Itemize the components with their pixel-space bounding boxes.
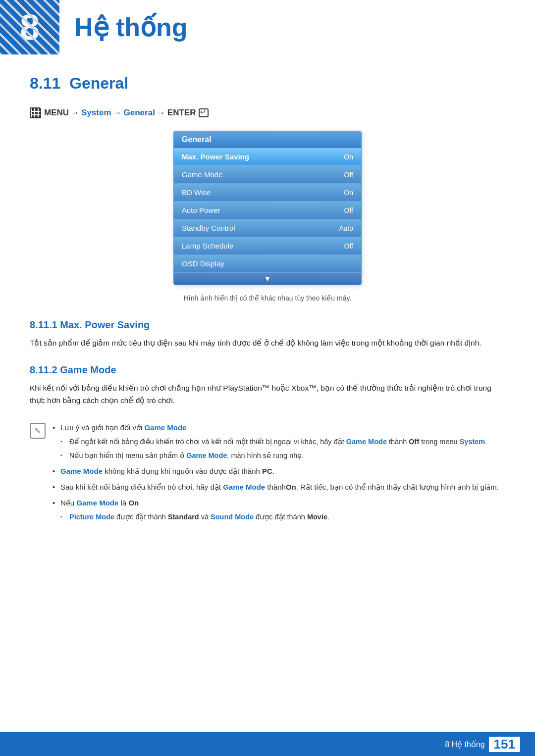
menu-scroll-down[interactable]: ▼ — [174, 273, 361, 285]
menu-item-value: Off — [344, 206, 353, 214]
subsection-title-8-11-1: 8.11.1 Max. Power Saving — [30, 319, 505, 331]
menu-item-value: Auto — [339, 224, 353, 232]
chapter-title-block: Hệ thống — [59, 0, 188, 54]
note-item-3: Sau khi kết nối bảng điều khiển trò chơi… — [53, 481, 505, 493]
menu-item-auto-power[interactable]: Auto Power Off — [174, 202, 361, 219]
menu-item-osd-display[interactable]: OSD Display — [174, 255, 361, 273]
menu-system: System — [81, 108, 111, 118]
menu-grid-icon — [32, 108, 41, 118]
enter-icon — [199, 108, 209, 117]
menu-item-standby-control[interactable]: Standby Control Auto — [174, 219, 361, 237]
note-icon: ✎ — [30, 423, 46, 439]
note-subitem-1-2: Nếu bạn hiển thị menu sản phẩm ở Game Mo… — [60, 450, 505, 461]
chapter-title: Hệ thống — [74, 12, 188, 42]
game-mode-ref: Game Mode — [346, 438, 387, 446]
general-menu-wrapper: General Max. Power Saving On Game Mode O… — [30, 131, 505, 285]
standard-ref: Standard — [168, 513, 199, 521]
menu-item-label: BD Wise — [182, 188, 211, 197]
menu-item-label: Max. Power Saving — [182, 152, 249, 161]
menu-item-game-mode[interactable]: Game Mode Off — [174, 166, 361, 184]
stripe-decoration — [0, 0, 59, 54]
section-title: 8.11 General — [30, 74, 505, 93]
menu-item-label: Standby Control — [182, 224, 235, 232]
game-mode-ref: Game Mode — [76, 499, 118, 507]
arrow3: → — [157, 108, 165, 118]
game-mode-ref: Game Mode — [144, 423, 186, 432]
subsection-title-8-11-2: 8.11.2 Game Mode — [30, 364, 505, 376]
note-block: ✎ Lưu ý và giới hạn đối với Game Mode Để… — [30, 422, 505, 527]
on-ref: On — [286, 483, 296, 491]
menu-general: General — [124, 108, 155, 118]
menu-item-lamp-schedule[interactable]: Lamp Schedule Off — [174, 237, 361, 255]
subsection-body-8-11-1: Tắt sản phẩm để giảm mức tiêu thụ điện s… — [30, 337, 505, 350]
main-content: 8.11 General MENU → System → General → E… — [0, 74, 535, 566]
menu-enter: ENTER — [167, 108, 196, 118]
menu-item-label: Game Mode — [182, 170, 223, 179]
image-caption: Hình ảnh hiển thị có thể khác nhau tùy t… — [30, 294, 505, 302]
menu-item-value: Off — [344, 171, 353, 179]
page-footer: 8 Hệ thống 151 — [0, 732, 535, 756]
menu-label: MENU — [44, 108, 69, 118]
system-ref: System — [460, 438, 485, 446]
menu-item-label: Auto Power — [182, 206, 220, 214]
menu-icon — [30, 107, 41, 118]
arrow1: → — [71, 108, 79, 118]
menu-item-value: On — [344, 189, 353, 197]
game-mode-ref: Game Mode — [186, 452, 227, 459]
subsection-body-8-11-2: Khi kết nối với bảng điều khiển trò chơi… — [30, 382, 505, 407]
menu-item-value: On — [344, 153, 353, 161]
on-ref: On — [128, 499, 139, 507]
sound-mode-ref: Sound Mode — [211, 513, 254, 521]
menu-item-value: Off — [344, 242, 353, 250]
note-item-4: Nếu Game Mode là On Picture Mode được đặ… — [53, 497, 505, 523]
note-item-1: Lưu ý và giới hạn đối với Game Mode Để n… — [53, 422, 505, 461]
menu-path: MENU → System → General → ENTER — [30, 107, 505, 118]
footer-text: 8 Hệ thống — [445, 740, 484, 749]
movie-ref: Movie — [307, 513, 327, 521]
note-subitem-4-1: Picture Mode được đặt thành Standard và … — [60, 511, 505, 523]
game-mode-ref: Game Mode — [60, 467, 103, 475]
game-mode-ref: Game Mode — [223, 483, 265, 491]
picture-mode-ref: Picture Mode — [69, 513, 114, 521]
note-item-2: Game Mode không khả dụng khi nguồn vào đ… — [53, 465, 505, 477]
menu-item-max-power[interactable]: Max. Power Saving On — [174, 148, 361, 166]
menu-item-label: OSD Display — [182, 259, 224, 268]
page-header: 8 Hệ thống — [0, 0, 535, 54]
off-ref: Off — [409, 438, 419, 446]
footer-page-number: 151 — [489, 737, 520, 752]
general-menu-header: General — [174, 131, 361, 148]
menu-item-bd-wise[interactable]: BD Wise On — [174, 184, 361, 202]
pc-ref: PC — [262, 467, 272, 475]
menu-item-label: Lamp Schedule — [182, 242, 233, 250]
note-subitem-1-1: Để ngắt kết nối bảng điều khiển trò chơi… — [60, 436, 505, 448]
note-list: Lưu ý và giới hạn đối với Game Mode Để n… — [53, 422, 505, 527]
subsection-8-11-1: 8.11.1 Max. Power Saving Tắt sản phẩm để… — [30, 319, 505, 350]
arrow2: → — [113, 108, 122, 118]
general-menu: General Max. Power Saving On Game Mode O… — [173, 131, 362, 285]
subsection-8-11-2: 8.11.2 Game Mode Khi kết nối với bảng đi… — [30, 364, 505, 407]
